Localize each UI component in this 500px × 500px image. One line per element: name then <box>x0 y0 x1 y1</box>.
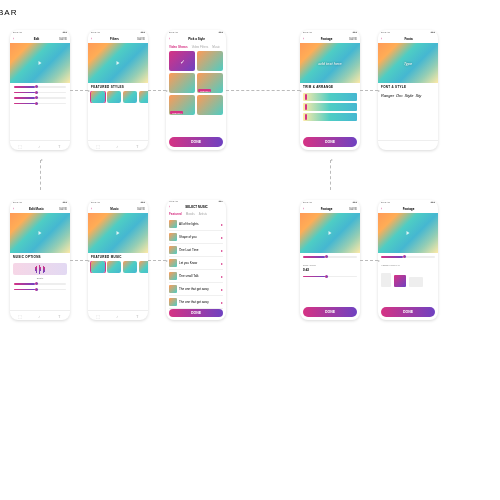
bottom-nav[interactable]: ⬚♪T <box>10 140 70 150</box>
save-button[interactable]: SAVE <box>137 37 145 41</box>
section-title: FONT & STYLE <box>378 83 438 91</box>
back-icon[interactable]: ‹ <box>91 37 92 41</box>
done-button[interactable]: DONE <box>303 307 357 317</box>
back-icon[interactable]: ‹ <box>381 37 382 41</box>
back-icon[interactable]: ‹ <box>13 207 14 211</box>
duration-slider[interactable] <box>303 276 357 278</box>
back-icon[interactable]: ‹ <box>13 37 14 41</box>
video-preview[interactable] <box>88 213 148 253</box>
done-button[interactable]: DONE <box>169 309 223 317</box>
duration-value: 0:43 <box>303 268 357 272</box>
list-item[interactable]: One Last Time▸ <box>169 244 223 257</box>
list-item[interactable]: Let you Know▸ <box>169 257 223 270</box>
screen-footage-font: 9:41 AM●●● ‹Foota Type FONT & STYLE Rang… <box>378 30 438 150</box>
video-preview[interactable] <box>10 213 70 253</box>
screen-filters: 9:41 AM●●● ‹FiltersSAVE FEATURED STYLES … <box>88 30 148 150</box>
screen-edit-music: 9:41 AM●●● ‹Edit MusicSAVE MUSIC OPTIONS… <box>10 200 70 320</box>
screen-pick-style: 9:41 AM●●● ‹Pick a Style Video ShowsVide… <box>166 30 226 150</box>
bottom-nav[interactable]: ⬚♪T <box>88 310 148 320</box>
section-title: FEATURED MUSIC <box>88 253 148 261</box>
video-preview[interactable] <box>378 213 438 253</box>
flow-arrow <box>360 90 378 91</box>
back-icon[interactable]: ‹ <box>303 37 304 41</box>
music-tabs[interactable]: FeaturedMoodsArtists <box>166 210 226 218</box>
list-item[interactable]: All of the lights▸ <box>169 218 223 231</box>
flow-arrow <box>360 260 378 261</box>
back-icon[interactable]: ‹ <box>169 37 170 41</box>
bottom-nav[interactable]: ⬚♪T <box>10 310 70 320</box>
song-list: All of the lights▸ Shape of you▸ One Las… <box>166 218 226 309</box>
flow-arrow <box>70 90 88 91</box>
video-preview[interactable] <box>88 43 148 83</box>
flow-arrow <box>148 90 166 91</box>
done-button[interactable]: DONE <box>303 137 357 147</box>
section-title: FEATURED STYLES <box>88 83 148 91</box>
list-item[interactable]: The one that got away▸ <box>169 283 223 296</box>
done-button[interactable]: DONE <box>169 137 223 147</box>
play-icon[interactable]: ▸ <box>221 222 223 227</box>
save-button[interactable]: SAVE <box>349 37 357 41</box>
video-preview[interactable]: Type <box>378 43 438 83</box>
screen-footage-duration: 9:41 AM●●● ‹FootageSAVE DURATION 0:43 DO… <box>300 200 360 320</box>
done-button[interactable]: DONE <box>381 307 435 317</box>
back-icon[interactable]: ‹ <box>303 207 304 211</box>
screen-music: 9:41 AM●●● ‹MusicSAVE FEATURED MUSIC ⬚♪T <box>88 200 148 320</box>
style-grid[interactable]: ✓ PREMIUM PREMIUM <box>166 51 226 115</box>
flow-arrow <box>40 160 41 190</box>
text-overlay[interactable]: add text here <box>318 61 341 66</box>
bottom-nav[interactable]: ⬚♪T <box>88 140 148 150</box>
section-title: MUSIC OPTIONS <box>10 253 70 261</box>
music-thumbs[interactable] <box>88 261 148 273</box>
video-preview[interactable] <box>10 43 70 83</box>
back-icon[interactable]: ‹ <box>91 207 92 211</box>
flow-arrow <box>226 90 300 91</box>
save-button[interactable]: SAVE <box>349 207 357 211</box>
video-preview[interactable]: add text here <box>300 43 360 83</box>
screen-edit: 9:41 AM●●● ‹EditSAVE ⬚♪T <box>10 30 70 150</box>
back-icon[interactable]: ‹ <box>169 205 170 209</box>
font-picker[interactable]: RangerDroStyleSty <box>378 91 438 100</box>
flow-arrow <box>70 260 88 261</box>
format-picker[interactable] <box>378 270 438 290</box>
scrubber[interactable] <box>303 256 357 258</box>
list-item[interactable]: One small Talk▸ <box>169 270 223 283</box>
save-button[interactable]: SAVE <box>59 207 67 211</box>
section-title: TRIM & ARRANGE <box>300 83 360 91</box>
format-label: VIDEO FORMAT <box>381 264 435 267</box>
save-button[interactable]: SAVE <box>59 37 67 41</box>
style-tabs[interactable]: Video ShowsVideo FiltersMusic <box>166 43 226 51</box>
waveform[interactable] <box>13 263 67 275</box>
page-title: BAR <box>0 8 17 17</box>
list-item[interactable]: Shape of you▸ <box>169 231 223 244</box>
screen-select-music: 9:41 AM●●● ‹SELECT MUSIC FeaturedMoodsAr… <box>166 200 226 320</box>
duration-label: DURATION <box>303 264 357 267</box>
screen-footage-format: 9:41 AM●●● ‹Footage VIDEO FORMAT DONE <box>378 200 438 320</box>
screen-footage-text: 9:41 AM●●● ‹FootageSAVE add text here TR… <box>300 30 360 150</box>
back-icon[interactable]: ‹ <box>381 207 382 211</box>
save-button[interactable]: SAVE <box>137 207 145 211</box>
clip-timeline[interactable] <box>300 91 360 123</box>
flow-arrow <box>148 260 166 261</box>
video-preview[interactable] <box>300 213 360 253</box>
scrubber[interactable] <box>381 256 435 258</box>
list-item[interactable]: The one that got away▸ <box>169 296 223 309</box>
flow-arrow <box>330 160 331 190</box>
edit-sliders[interactable] <box>10 83 70 107</box>
style-thumbs[interactable] <box>88 91 148 103</box>
